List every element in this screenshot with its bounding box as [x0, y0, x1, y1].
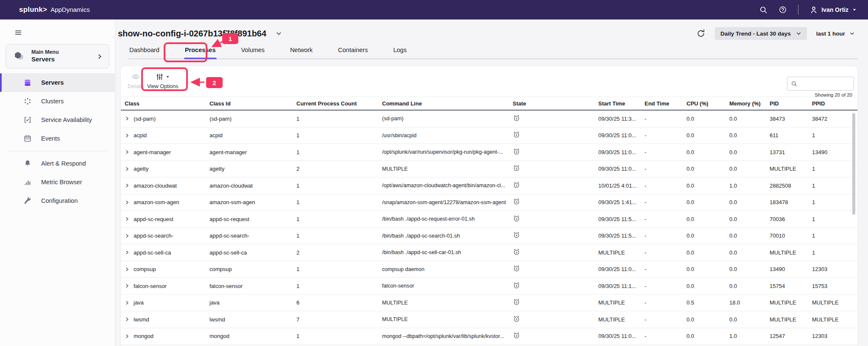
column-header-memory[interactable]: Memory (%)	[729, 100, 770, 107]
view-options-button[interactable]: View Options	[147, 72, 178, 89]
expand-chevron-icon[interactable]	[125, 233, 130, 238]
showing-count: Showing 20 of 20	[815, 92, 852, 97]
table-row-agent-manager[interactable]: agent-manageragent-manager1/opt/splunk/v…	[121, 144, 857, 161]
tab-volumes[interactable]: Volumes	[240, 47, 266, 58]
cell-process-count: 1	[296, 333, 382, 339]
time-range-selector[interactable]: last 1 hour	[816, 30, 855, 37]
sidebar-item-clusters[interactable]: Clusters	[0, 92, 115, 111]
tab-network[interactable]: Network	[289, 47, 313, 58]
cell-class: lwsmd	[125, 316, 209, 323]
cell-class-id: acpid	[209, 132, 296, 138]
expand-chevron-icon[interactable]	[125, 283, 130, 288]
column-header-cpu[interactable]: CPU (%)	[687, 100, 729, 107]
table-row-falcon-sensor[interactable]: falcon-sensorfalcon-sensor1falcon-sensor…	[121, 278, 857, 295]
table-row-appd-sc-sell-ca[interactable]: appd-sc-sell-caappd-sc-sell-ca2/bin/bash…	[121, 244, 857, 261]
table-scrollbar[interactable]	[852, 113, 855, 215]
expand-chevron-icon[interactable]	[125, 200, 130, 205]
table-row-appd-sc-search[interactable]: appd-sc-search-appd-sc-search-1/bin/bash…	[121, 228, 857, 245]
cell-cpu: 0.0	[687, 316, 729, 323]
expand-chevron-icon[interactable]	[125, 317, 130, 322]
cell-ppid: 1	[812, 216, 857, 222]
cell-class-id: amazon-ssm-agen	[209, 199, 296, 205]
column-header-start-time[interactable]: Start Time	[598, 100, 645, 107]
cell-end-time: -	[645, 183, 687, 189]
details-button[interactable]: Details	[128, 72, 144, 89]
main-menu-card[interactable]: Main Menu Servers	[6, 44, 109, 69]
cell-class-id: lwsmd	[209, 316, 296, 323]
column-header-current-process-count[interactable]: Current Process Count	[296, 100, 382, 107]
cell-pid: 12547	[770, 333, 812, 339]
tab-logs[interactable]: Logs	[392, 47, 407, 58]
sidebar-item-configuration[interactable]: Configuration	[0, 191, 115, 210]
expand-chevron-icon[interactable]	[125, 267, 130, 272]
cell-class: java	[125, 299, 209, 306]
sleeping-state-icon: z	[513, 215, 520, 222]
search-icon[interactable]	[759, 6, 768, 14]
table-row-compsup[interactable]: compsupcompsup1compsup daemonz09/30/25 1…	[121, 261, 857, 278]
expand-chevron-icon[interactable]	[125, 133, 130, 138]
table-row-agetty[interactable]: agettyagetty2MULTIPLEz09/30/25 11:0...-0…	[121, 161, 857, 178]
expand-chevron-icon[interactable]	[125, 300, 130, 305]
table-row-lwsmd[interactable]: lwsmdlwsmd7MULTIPLEzMULTIPLE-0.00.0MULTI…	[121, 311, 857, 328]
cell-state: z	[513, 215, 598, 224]
view-options-label: View Options	[147, 83, 178, 89]
user-menu[interactable]: Ivan Ortiz	[809, 6, 857, 14]
table-row-amazon-ssm-agen[interactable]: amazon-ssm-agenamazon-ssm-agen1/snap/ama…	[121, 194, 857, 211]
table-row-amazon-cloudwat[interactable]: amazon-cloudwatamazon-cloudwat1/opt/aws/…	[121, 177, 857, 194]
cell-state: z	[513, 315, 598, 324]
expand-chevron-icon[interactable]	[125, 216, 130, 221]
cell-memory: 1.0	[729, 183, 770, 189]
menu-toggle-icon[interactable]	[14, 29, 23, 36]
column-header-class-id[interactable]: Class Id	[209, 100, 296, 107]
sidebar-item-servers[interactable]: Servers	[0, 73, 115, 92]
sleeping-state-icon: z	[513, 114, 520, 122]
clusters-icon	[23, 97, 32, 105]
trend-selector[interactable]: Daily Trend - Last 30 days	[715, 27, 807, 40]
column-header-pid[interactable]: PID	[770, 100, 812, 107]
cell-start-time: 09/30/25 11:3...	[598, 116, 645, 122]
tab-dashboard[interactable]: Dashboard	[128, 47, 160, 58]
cell-start-time: 09/30/25 11:5...	[598, 233, 645, 239]
expand-chevron-icon[interactable]	[125, 116, 130, 121]
expand-chevron-icon[interactable]	[125, 250, 130, 255]
expand-chevron-icon[interactable]	[125, 166, 130, 172]
tab-processes[interactable]: Processes	[184, 47, 217, 58]
cell-process-count: 1	[296, 233, 382, 239]
column-header-end-time[interactable]: End Time	[645, 100, 687, 107]
svg-text:z: z	[516, 184, 517, 187]
search-input[interactable]	[800, 80, 850, 87]
expand-chevron-icon[interactable]	[125, 183, 130, 188]
refresh-icon[interactable]	[696, 29, 706, 38]
help-icon[interactable]	[779, 6, 787, 14]
table-row-acpid[interactable]: acpidacpid1/usr/sbin/acpidz09/30/25 11:0…	[121, 127, 857, 144]
title-chevron-down-icon[interactable]	[276, 30, 282, 37]
selected-indicator	[0, 73, 2, 92]
tab-containers[interactable]: Containers	[337, 47, 368, 58]
sidebar-item-alert-respond[interactable]: Alert & Respond	[0, 154, 115, 173]
svg-text:z: z	[516, 167, 517, 171]
cell-start-time: 09/30/25 11:0...	[598, 333, 645, 339]
user-name: Ivan Ortiz	[821, 6, 848, 13]
table-row-appd-sc-request[interactable]: appd-sc-requestappd-sc-request1/bin/bash…	[121, 211, 857, 228]
table-row-mongod[interactable]: mongodmongod1mongod --dbpath=/opt/splunk…	[121, 328, 857, 345]
column-header-ppid[interactable]: PPID	[812, 100, 857, 107]
column-header-class[interactable]: Class	[125, 100, 209, 107]
sidebar-item-service-availability[interactable]: Service Availability	[0, 111, 115, 129]
cell-pid: 15754	[770, 283, 812, 289]
cell-cpu: 0.0	[687, 132, 729, 138]
sidebar-item-metric-browser[interactable]: Metric Browser	[0, 173, 115, 191]
sidebar-nav: ServersClustersService AvailabilityEvent…	[0, 73, 115, 210]
service-availability-icon	[23, 116, 32, 124]
expand-chevron-icon[interactable]	[125, 334, 130, 339]
svg-text:z: z	[516, 301, 517, 304]
sidebar-item-events[interactable]: Events	[0, 129, 115, 148]
sleeping-state-icon: z	[513, 148, 520, 155]
column-header-command-line[interactable]: Command Line	[382, 100, 513, 107]
expand-chevron-icon[interactable]	[125, 149, 130, 155]
column-header-state[interactable]: State	[513, 100, 598, 107]
table-row-java[interactable]: javajava6MULTIPLEzMULTIPLE-0.518.0MULTIP…	[121, 295, 857, 312]
cell-command-line: compsup daemon	[382, 266, 513, 272]
cell-pid: 70010	[770, 233, 812, 239]
sliders-icon	[156, 73, 164, 81]
table-row-sd-pam[interactable]: (sd-pam)(sd-pam)1(sd-pam)z09/30/25 11:3.…	[121, 111, 857, 127]
